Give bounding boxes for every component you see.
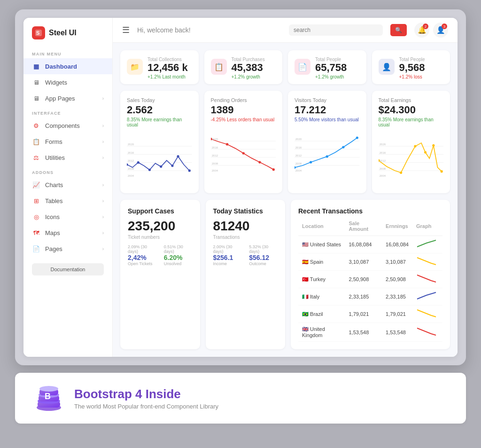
chart-title-orders: Pending Orders: [211, 97, 276, 103]
chart-title-earnings: Total Earnings: [379, 97, 444, 103]
sidebar-item-charts[interactable]: 📈 Charts ›: [23, 177, 112, 193]
svg-text:2020: 2020: [295, 138, 302, 141]
svg-point-51: [400, 172, 402, 174]
svg-text:2012: 2012: [211, 154, 218, 157]
svg-text:2026: 2026: [379, 143, 386, 146]
svg-point-8: [148, 169, 151, 171]
chart-card-earnings: Total Earnings $24.300 8.35% More earnin…: [372, 91, 450, 193]
stat-value-0: 12,456 k: [147, 62, 188, 73]
svg-point-52: [414, 145, 416, 148]
chart-value-visitors: 17.212: [295, 104, 360, 116]
documentation-button[interactable]: Documentation: [32, 263, 104, 275]
svg-text:2020: 2020: [128, 143, 134, 146]
table-row: 🇮🇹 Italy 2,33,185 2,33,185: [298, 288, 442, 306]
sidebar-item-dashboard[interactable]: ▦ Dashboard: [23, 58, 112, 74]
notification-button[interactable]: 🔔 2: [414, 23, 429, 38]
stat-card-3: 👤 Total People 9,568 +1.2% loss: [372, 50, 450, 84]
today-col-2: 5.32% (30 days) $56.12 Outcome: [249, 244, 278, 266]
chart-svg-sales: 2020 2016 2012 2008 2004: [127, 130, 192, 187]
arrow-icon: ›: [102, 214, 104, 220]
app-pages-icon: 🖥: [32, 94, 40, 102]
svg-text:2016: 2016: [128, 151, 134, 154]
cell-earnings: 1,53,548: [382, 323, 412, 342]
svg-text:2016: 2016: [211, 146, 218, 149]
sidebar-logo: S Steel UI: [23, 26, 112, 47]
cell-graph: [412, 323, 442, 342]
search-bar: [289, 24, 383, 36]
col-location: Location: [298, 219, 345, 236]
transactions-table: Location Sale Amount Ernnings Graph 🇺🇸 U…: [298, 219, 442, 342]
bootstrap-logo: B: [34, 383, 64, 413]
col-earnings: Ernnings: [382, 219, 412, 236]
welcome-text: Hi, welcome back!: [137, 26, 281, 34]
chart-title-visitors: Visitors Today: [295, 97, 360, 103]
flag-icon: 🇪🇸: [302, 259, 309, 265]
sidebar-item-app-pages[interactable]: 🖥 App Pages ›: [23, 90, 112, 106]
arrow-icon: ›: [102, 246, 104, 252]
search-button[interactable]: 🔍: [390, 24, 407, 36]
col-graph: Graph: [412, 219, 442, 236]
svg-text:2008: 2008: [379, 167, 386, 170]
stat-value-1: 45,383: [232, 62, 265, 73]
cell-graph: [412, 236, 442, 253]
sidebar-item-pages[interactable]: 📄 Pages ›: [23, 241, 112, 257]
stat-cards-row: 📁 Total Collections 12,456 k +1.2% Last …: [120, 50, 450, 84]
stat-value-3: 9,568: [399, 62, 425, 73]
today-col1-label: Income: [213, 261, 242, 266]
stat-card-2: 📄 Total People 65,758 +1.2% growth: [288, 50, 366, 84]
support-cases-sublabel: Ticket numbers: [128, 235, 193, 240]
search-input[interactable]: [294, 27, 359, 33]
cell-sale: 2,50,908: [345, 271, 382, 288]
stat-card-0: 📁 Total Collections 12,456 k +1.2% Last …: [120, 50, 199, 84]
sidebar-item-components[interactable]: ⚙ Components ›: [23, 118, 112, 134]
stat-icon-purchases: 📋: [211, 59, 227, 75]
sidebar-item-label: App Pages: [45, 95, 75, 102]
arrow-icon: ›: [102, 123, 104, 128]
sidebar-item-utilities[interactable]: ⚖ Utilities ›: [23, 149, 112, 165]
today-statistics-title: Today Statistics: [213, 207, 278, 215]
sidebar-item-maps[interactable]: 🗺 Maps ›: [23, 225, 112, 241]
topbar-icons: 🔔 2 👤 3: [414, 23, 448, 38]
stat-body-1: Total Purchases 45,383 +1.2% growth: [232, 57, 265, 79]
message-button[interactable]: 👤 3: [433, 23, 448, 38]
svg-point-10: [171, 165, 173, 167]
support-col2-pct: 0.51% (30 days): [164, 244, 193, 254]
svg-point-54: [432, 144, 434, 147]
bootstrap-text: Bootstrap 4 Inside The world Most Popula…: [74, 387, 218, 410]
table-row: 🇧🇷 Brazil 1,79,021 1,79,021: [298, 306, 442, 323]
chart-card-orders: Pending Orders 1389 -4.25% Less orders t…: [204, 91, 283, 193]
sidebar-item-label: Dashboard: [45, 63, 77, 70]
svg-text:2016: 2016: [379, 151, 386, 154]
support-stats-row: 2.09% (30 days) 2,42% Open Tickets 0.51%…: [128, 244, 193, 266]
chart-sub-earnings: 8.35% More earnings than usual: [379, 117, 444, 127]
svg-text:2008: 2008: [128, 167, 134, 170]
svg-text:2020: 2020: [211, 138, 218, 141]
svg-point-53: [424, 151, 426, 154]
bootstrap-title: Bootstrap 4 Inside: [74, 387, 218, 401]
today-col2-label: Outcome: [249, 261, 278, 266]
components-icon: ⚙: [32, 121, 40, 130]
message-badge: 3: [442, 24, 447, 29]
table-row: 🇬🇧 United Kingdom 1,53,548 1,53,548: [298, 323, 442, 342]
cell-earnings: 16,08,084: [382, 236, 412, 253]
svg-text:2004: 2004: [295, 169, 302, 172]
table-row: 🇹🇷 Turkey 2,50,908 2,50,908: [298, 271, 442, 288]
charts-icon: 📈: [32, 181, 40, 189]
cell-sale: 16,08,084: [345, 236, 382, 253]
sidebar-item-icons[interactable]: ◎ Icons ›: [23, 209, 112, 225]
stat-icon-people-2: 📄: [295, 59, 310, 75]
sidebar-item-widgets[interactable]: 🖥 Widgets: [23, 74, 112, 90]
sidebar-item-tables[interactable]: ⊞ Tables ›: [23, 193, 112, 209]
svg-text:2012: 2012: [379, 159, 386, 162]
transactions-title: Recent Transactions: [298, 207, 442, 215]
main-menu-label: MAIN MENU: [23, 47, 112, 58]
arrow-icon: ›: [102, 155, 104, 160]
flag-icon: 🇧🇷: [302, 311, 309, 317]
stat-sub-2: +1.2% growth: [315, 74, 347, 79]
svg-text:2004: 2004: [128, 174, 134, 177]
flag-icon: 🇺🇸: [302, 242, 309, 247]
sidebar-item-forms[interactable]: 📋 Forms ›: [23, 134, 112, 149]
bottom-row: Support Cases 235,200 Ticket numbers 2.0…: [120, 200, 450, 349]
svg-point-25: [258, 161, 261, 164]
hamburger-icon[interactable]: ☰: [122, 25, 130, 35]
